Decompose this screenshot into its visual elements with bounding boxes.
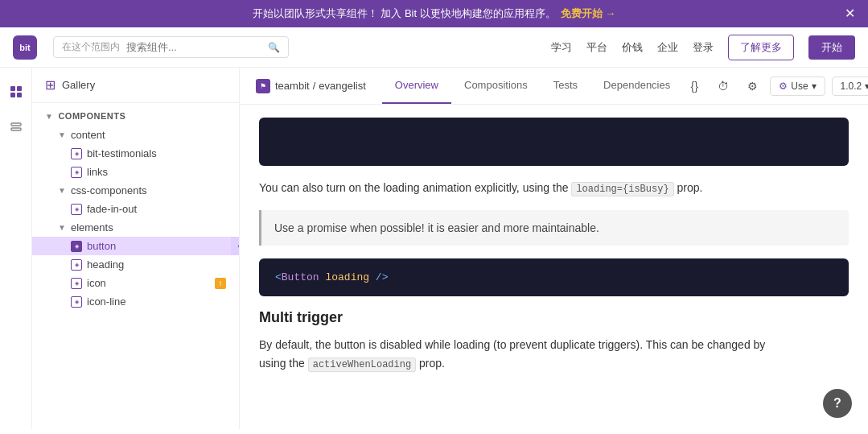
sidebar-item-elements[interactable]: ▼ elements xyxy=(32,218,239,237)
sidebar-item-fade-in-out[interactable]: ◈ fade-in-out xyxy=(32,200,239,218)
sidebar-item-heading[interactable]: ◈ heading xyxy=(32,255,239,274)
icon-bar-grid[interactable] xyxy=(5,81,27,103)
top-banner: 开始以团队形式共享组件！ 加入 Bit 以更快地构建您的应用程序。 免费开始 →… xyxy=(0,0,868,27)
code-block-button-loading: <Button loading /> — xyxy=(259,258,849,296)
info-box-text: Use a promise when possible! it is easie… xyxy=(274,221,599,234)
icon-line-file-icon: ◈ xyxy=(71,296,82,308)
icon-line-label: icon-line xyxy=(87,296,226,308)
button-label: button xyxy=(87,240,226,252)
icon-bar-layers[interactable] xyxy=(5,116,27,138)
fade-in-out-icon: ◈ xyxy=(71,204,82,215)
sidebar-gallery-item[interactable]: ⊞ Gallery xyxy=(32,68,239,103)
nav-enterprise[interactable]: 企业 xyxy=(657,40,678,55)
content-toggle-icon: ▼ xyxy=(58,130,66,139)
svg-rect-2 xyxy=(10,93,15,97)
tab-overview[interactable]: Overview xyxy=(382,68,451,104)
banner-cta[interactable]: 免费开始 → xyxy=(561,6,616,21)
sidebar-gallery-label: Gallery xyxy=(62,79,95,91)
info-box: Use a promise when possible! it is easie… xyxy=(259,210,849,246)
learn-more-button[interactable]: 了解更多 xyxy=(728,35,794,60)
search-icon: 🔍 xyxy=(268,42,280,53)
help-button[interactable]: ? xyxy=(823,389,852,418)
fade-in-out-label: fade-in-out xyxy=(87,203,226,215)
breadcrumb-separator: / xyxy=(313,80,316,92)
code-close: /> xyxy=(376,271,389,283)
sidebar: ⊞ Gallery ▼ COMPONENTS ▼ content ◈ bit-t… xyxy=(32,68,240,429)
tab-tests[interactable]: Tests xyxy=(541,68,590,104)
nav-links: 学习 平台 价钱 企业 登录 了解更多 开始 xyxy=(551,35,855,60)
start-button[interactable]: 开始 xyxy=(808,35,855,60)
settings-icon-button[interactable]: ⚙ xyxy=(741,75,763,97)
elements-toggle-icon: ▼ xyxy=(58,223,66,232)
sidebar-item-icon[interactable]: ◈ icon ! xyxy=(32,274,239,292)
icon-warning-badge: ! xyxy=(215,278,226,289)
heading-label: heading xyxy=(87,258,226,271)
use-icon: ⚙ xyxy=(779,81,788,92)
components-section-label: ▼ COMPONENTS xyxy=(32,103,239,126)
tab-compositions[interactable]: Compositions xyxy=(451,68,541,104)
doc-content: You can also turn on the loading animati… xyxy=(240,105,868,429)
svg-rect-0 xyxy=(10,86,15,91)
links-icon: ◈ xyxy=(71,167,82,178)
banner-close-button[interactable]: ✕ xyxy=(845,7,855,20)
css-components-toggle-icon: ▼ xyxy=(58,186,66,195)
sidebar-item-content[interactable]: ▼ content xyxy=(32,126,239,144)
icon-bar xyxy=(0,68,32,429)
breadcrumb-repo: evangelist xyxy=(319,80,366,92)
bit-testimonials-label: bit-testimonials xyxy=(87,147,226,159)
code-inline-active-when-loading: activeWhenLoading xyxy=(308,358,416,372)
components-toggle-icon[interactable]: ▼ xyxy=(45,112,53,121)
sidebar-item-button[interactable]: ◈ button ‹ xyxy=(32,237,239,255)
nav-pricing[interactable]: 价钱 xyxy=(622,40,643,55)
code-component: Button xyxy=(282,271,319,283)
banner-text: 开始以团队形式共享组件！ 加入 Bit 以更快地构建您的应用程序。 xyxy=(253,6,556,21)
history-icon-button[interactable]: ⏱ xyxy=(712,75,734,97)
doc-paragraph-multi-trigger: By default, the button is disabled while… xyxy=(259,336,849,373)
doc-paragraph-loading: You can also turn on the loading animati… xyxy=(259,179,849,197)
tab-actions: {} ⏱ ⚙ ⚙ Use ▾ 1.0.2 ▾ ⋯ xyxy=(683,75,868,97)
nav-learn[interactable]: 学习 xyxy=(551,40,572,55)
links-label: links xyxy=(87,166,226,178)
svg-rect-5 xyxy=(11,128,21,130)
elements-label: elements xyxy=(71,221,226,234)
code-icon-button[interactable]: {} xyxy=(683,75,706,97)
breadcrumb-org: teambit xyxy=(275,80,310,92)
svg-rect-4 xyxy=(11,123,21,126)
bit-logo[interactable]: bit xyxy=(13,35,37,60)
sidebar-collapse-button[interactable]: ‹ xyxy=(231,237,240,255)
code-keyword: < xyxy=(275,271,282,283)
svg-rect-3 xyxy=(17,93,22,97)
use-button[interactable]: ⚙ Use ▾ xyxy=(770,76,825,96)
content-label: content xyxy=(71,129,226,141)
version-button[interactable]: 1.0.2 ▾ xyxy=(832,76,868,96)
tab-dependencies[interactable]: Dependencies xyxy=(590,68,683,104)
icon-label: icon xyxy=(87,277,210,289)
heading-icon: ◈ xyxy=(71,259,82,271)
search-scope-label: 在这个范围内 xyxy=(62,40,120,54)
code-inline-loading: loading={isBusy} xyxy=(571,182,673,196)
version-dropdown-icon: ▾ xyxy=(865,81,868,92)
scope-icon: ⚑ xyxy=(256,79,270,93)
sidebar-item-links[interactable]: ◈ links xyxy=(32,163,239,181)
tabs: Overview Compositions Tests Dependencies xyxy=(382,68,683,104)
code-preview-top xyxy=(259,118,849,166)
sidebar-item-icon-line[interactable]: ◈ icon-line xyxy=(32,292,239,311)
nav-login[interactable]: 登录 xyxy=(693,40,714,55)
sidebar-item-css-components[interactable]: ▼ css-components xyxy=(32,181,239,200)
use-dropdown-icon: ▾ xyxy=(812,81,817,92)
sidebar-item-bit-testimonials[interactable]: ◈ bit-testimonials xyxy=(32,144,239,163)
css-components-label: css-components xyxy=(71,184,226,196)
svg-rect-1 xyxy=(17,86,22,91)
header-nav: bit 在这个范围内 🔍 学习 平台 价钱 企业 登录 了解更多 开始 xyxy=(0,27,868,68)
code-attr: loading xyxy=(325,271,369,283)
nav-platform[interactable]: 平台 xyxy=(586,40,607,55)
components-label: COMPONENTS xyxy=(58,111,125,121)
component-header: ⚑ teambit / evangelist Overview Composit… xyxy=(240,68,868,105)
search-input[interactable] xyxy=(126,41,261,53)
bit-testimonials-icon: ◈ xyxy=(71,148,82,159)
content-area: ⚑ teambit / evangelist Overview Composit… xyxy=(240,68,868,429)
main-layout: ⊞ Gallery ▼ COMPONENTS ▼ content ◈ bit-t… xyxy=(0,68,868,429)
breadcrumb: ⚑ teambit / evangelist xyxy=(256,79,366,93)
search-bar-container: 在这个范围内 🔍 xyxy=(53,36,289,58)
section-heading-multi-trigger: Multi trigger xyxy=(259,309,849,326)
